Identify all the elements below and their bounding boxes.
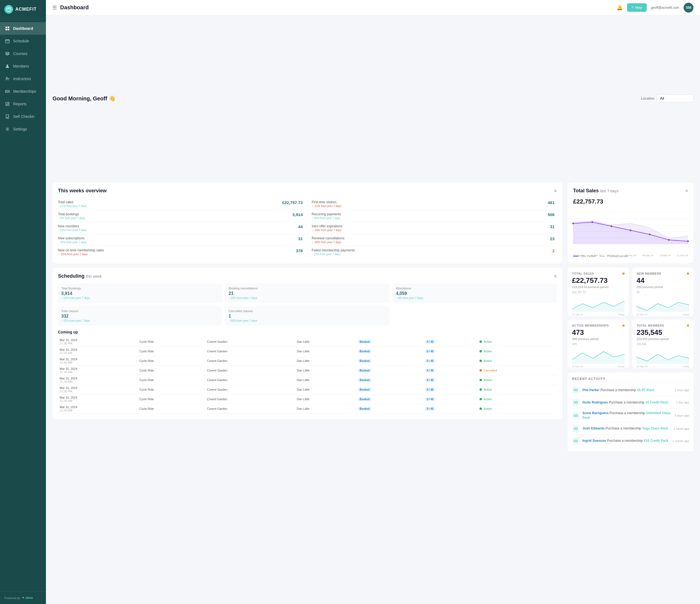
- activity-membership-link[interactable]: Yoga Class Pack: [642, 427, 668, 430]
- mini-card-prev: 234,933 previous period: [636, 337, 689, 341]
- active-dot: [480, 388, 482, 391]
- sidebar-label-reports: Reports: [13, 102, 27, 106]
- help-button[interactable]: ? Help: [627, 3, 647, 12]
- stat-name: Total bookings: [58, 212, 85, 216]
- location-label: Location: [641, 96, 654, 100]
- row-status: Booked: [356, 375, 423, 385]
- sched-stat-change: ↑ 90% from prev 7 days: [229, 319, 386, 322]
- sched-stat-change: ↑ 15% from prev 7 days: [61, 319, 219, 322]
- sched-stat-box: Cancelled classes 1 ↑ 90% from prev 7 da…: [225, 306, 390, 325]
- activity-user-link[interactable]: Josh Edwards: [582, 427, 605, 430]
- activity-text: Josh Edwards Purchase a membership Yoga …: [582, 426, 671, 431]
- activity-membership-link[interactable]: X10 Credit Pack: [643, 439, 668, 442]
- mini-card-prev: 398 previous period: [572, 337, 625, 341]
- row-class: Cycle Ride: [138, 337, 205, 346]
- overview-menu-icon[interactable]: ≡: [554, 189, 557, 193]
- indicator-dot: [622, 272, 625, 275]
- activity-user-link[interactable]: Phil Parker: [582, 388, 600, 392]
- svg-point-24: [649, 234, 651, 235]
- activity-membership-icon: [572, 437, 580, 445]
- powered-by-text: Powered by: [4, 596, 20, 600]
- sched-stat-label: Cancelled classes: [229, 309, 386, 313]
- mini-chart: 07 Mar 24 Today: [636, 347, 689, 364]
- sidebar-item-dashboard[interactable]: Dashboard: [0, 22, 46, 35]
- row-class: Cycle Ride: [138, 366, 205, 375]
- activity-user-link[interactable]: Ingrid Svenson: [582, 439, 606, 442]
- svg-rect-4: [8, 29, 9, 30]
- row-location: Covent Garden: [205, 385, 295, 394]
- table-row: Mar 31, 202411:30 AM Cycle Ride Covent G…: [58, 337, 557, 346]
- sched-stat-box: Attendance 4,059 ↑ 4% from prev 7 days: [393, 283, 557, 303]
- sidebar-label-courses: Courses: [13, 51, 27, 56]
- sidebar-item-schedule[interactable]: Schedule: [0, 35, 46, 47]
- mini-card-label: TOTAL SALES: [572, 272, 625, 275]
- greeting-row: Good Morning, Geoff 👋 Location All Coven…: [52, 21, 694, 176]
- mini-card-prev: 100 previous period: [636, 285, 689, 289]
- row-instructor: Dan Little: [295, 414, 356, 414]
- sidebar-item-instructors[interactable]: Instructors: [0, 72, 46, 85]
- row-active: Active: [478, 346, 557, 356]
- table-row: Mar 31, 202411:30 AM Cycle Ride Covent G…: [58, 404, 557, 414]
- notifications-button[interactable]: 🔔: [617, 5, 623, 11]
- schedule-table-wrapper[interactable]: Mar 31, 202411:30 AM Cycle Ride Covent G…: [58, 337, 557, 414]
- row-capacity: 0 / 45: [423, 346, 478, 356]
- activity-time: 1 hour ago: [675, 388, 689, 392]
- overview-card: This weeks overview ≡ Total sales ↑ 11% …: [52, 183, 562, 263]
- row-status: Booked: [356, 356, 423, 366]
- stat-name: Total sales: [58, 200, 87, 204]
- sidebar-item-courses[interactable]: Courses: [0, 47, 46, 60]
- sched-stat-value: 332: [61, 314, 219, 319]
- activity-text: Guilo Rodrigues Purchase a membership x5…: [582, 400, 673, 405]
- main-content: ☰ Dashboard 🔔 ? Help geoff@acmefit.com S…: [46, 0, 700, 604]
- svg-rect-3: [5, 29, 7, 30]
- svg-marker-29: [572, 352, 625, 364]
- sched-stat-change: ↑ 10% from prev 7 days: [229, 296, 386, 299]
- sidebar-item-self-checkin[interactable]: Self Checkin: [0, 110, 46, 123]
- mini-card-ref: 50: [636, 291, 689, 294]
- sidebar-label-schedule: Schedule: [13, 39, 29, 43]
- mini-card-total-members: Total Members 235,545 234,933 previous p…: [632, 319, 694, 368]
- row-status: Booked: [356, 337, 423, 346]
- stat-change: ↓ -25% from prev 7 days: [58, 253, 104, 256]
- stat-value: 2: [552, 248, 554, 253]
- row-active: Active: [478, 404, 557, 414]
- svg-rect-5: [5, 40, 9, 43]
- sidebar-item-reports[interactable]: Reports: [0, 98, 46, 110]
- active-dot: [480, 398, 482, 400]
- location-select[interactable]: All Covent Garden Shoreditch: [656, 94, 694, 102]
- mini-card-active-memberships: ACTIVE MEMBERSHIPS 473 398 previous peri…: [568, 319, 629, 368]
- stat-change: ↑ 10% from prev 7 days: [58, 229, 87, 232]
- overview-right-col: First-time visitors ↓ -21% from prev 7 d…: [307, 198, 557, 258]
- table-row: Mar 31, 202411:30 AM Cycle Ride Covent G…: [58, 366, 557, 375]
- activity-membership-link[interactable]: x5 Credit Pack: [645, 401, 668, 404]
- svg-point-6: [6, 65, 8, 66]
- page-title: Dashboard: [60, 4, 89, 11]
- instructors-icon: [5, 76, 10, 81]
- scheduling-menu-icon[interactable]: ≡: [554, 274, 557, 279]
- total-sales-menu-icon[interactable]: ≡: [685, 189, 688, 193]
- svg-point-22: [610, 225, 612, 227]
- mini-chart: 07 Mar 24 Today: [572, 347, 625, 364]
- activity-item: Susie Barnguera Purchase a membership Un…: [572, 409, 689, 422]
- sidebar-item-memberships[interactable]: Memberships: [0, 85, 46, 98]
- coming-up-title: Coming up: [58, 330, 557, 334]
- sidebar-item-settings[interactable]: Settings: [0, 123, 46, 136]
- activity-user-link[interactable]: Susie Barnguera: [582, 411, 608, 415]
- reports-icon: [5, 101, 10, 106]
- row-class: Cycle Ride: [138, 356, 205, 366]
- user-email: geoff@acmefit.com: [651, 6, 679, 9]
- activity-membership-link[interactable]: x5 PT Pack: [637, 388, 654, 392]
- stat-change: ↑ 11% from prev 7 days: [58, 204, 87, 208]
- svg-marker-30: [636, 354, 689, 364]
- menu-button[interactable]: ☰: [52, 5, 57, 11]
- row-active: Active: [478, 414, 557, 414]
- activity-item: Guilo Rodrigues Purchase a membership x5…: [572, 396, 689, 409]
- sidebar-item-members[interactable]: Members: [0, 60, 46, 72]
- sched-stat-change: ↑ 4% from prev 7 days: [396, 296, 553, 299]
- sidebar-footer: Powered by ✦ clava: [0, 591, 46, 604]
- mini-chart-labels: 07 Mar 24 Today: [572, 365, 625, 368]
- stat-change: ↓ -26% from prev 7 days: [312, 241, 344, 244]
- avatar[interactable]: SM: [683, 3, 694, 13]
- activity-user-link[interactable]: Guilo Rodrigues: [582, 401, 608, 404]
- stat-value: 3,914: [292, 212, 303, 217]
